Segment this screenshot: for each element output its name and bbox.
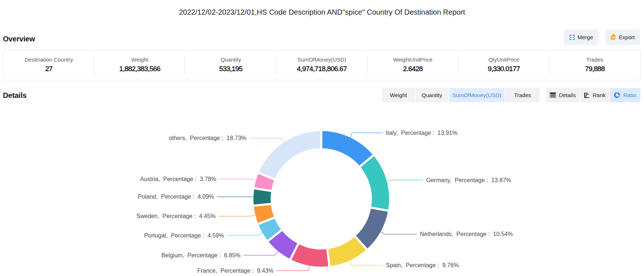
svg-text:France, Percentage : 9.43%: France, Percentage : 9.43% xyxy=(197,268,274,274)
svg-text:Spain, Percentage : 9.76%: Spain, Percentage : 9.76% xyxy=(386,262,459,268)
svg-text:Belgium, Percentage : 6.85%: Belgium, Percentage : 6.85% xyxy=(161,252,241,258)
svg-text:Austria, Percentage : 3.78%: Austria, Percentage : 3.78% xyxy=(140,176,216,182)
svg-text:Italy, Percentage : 13.91%: Italy, Percentage : 13.91% xyxy=(386,130,457,136)
svg-text:Netherlands, Percentage : 10: Netherlands, Percentage : 10.54% xyxy=(420,231,513,237)
svg-text:others, Percentage : 18.73%: others, Percentage : 18.73% xyxy=(169,135,246,141)
svg-text:Sweden, Percentage : 4.45%: Sweden, Percentage : 4.45% xyxy=(136,213,216,219)
svg-text:Poland, Percentage : 4.09%: Poland, Percentage : 4.09% xyxy=(138,194,214,200)
svg-text:Portugal, Percentage : 4.59%: Portugal, Percentage : 4.59% xyxy=(144,232,224,239)
svg-text:Germany, Percentage : 13.87%: Germany, Percentage : 13.87% xyxy=(426,177,511,183)
